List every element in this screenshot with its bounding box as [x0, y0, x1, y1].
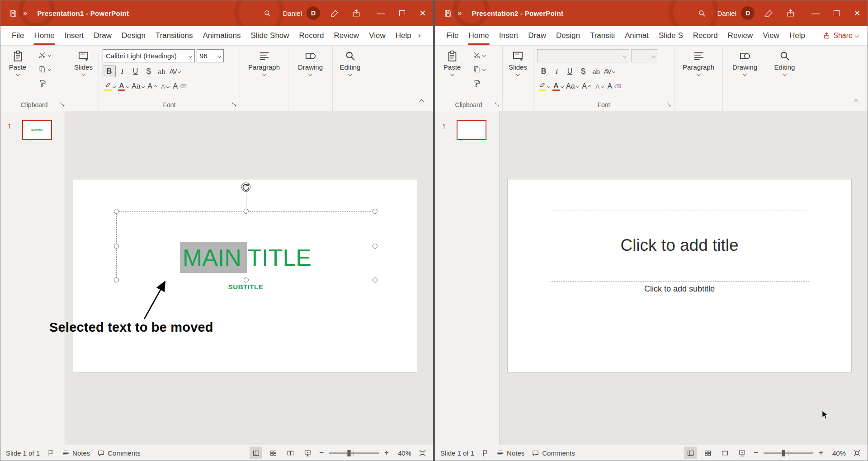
maximize-button[interactable]	[826, 0, 847, 26]
italic-button[interactable]: I	[550, 66, 563, 77]
resize-handle-nw[interactable]	[114, 209, 119, 214]
format-painter-button[interactable]	[38, 78, 51, 88]
grow-font-button[interactable]: A	[146, 80, 159, 92]
resize-handle-s[interactable]	[244, 278, 249, 282]
title-placeholder[interactable]: Click to add title	[550, 211, 809, 280]
close-button[interactable]: ×	[847, 0, 868, 26]
tab-animations[interactable]: Animations	[198, 26, 245, 46]
font-size-combobox[interactable]	[631, 49, 658, 62]
slideshow-button[interactable]	[301, 447, 314, 459]
maximize-button[interactable]	[392, 0, 412, 26]
tab-slide-show[interactable]: Slide Show	[246, 26, 294, 46]
save-icon[interactable]	[6, 6, 20, 20]
clipboard-dialog-launcher-icon[interactable]	[60, 102, 66, 108]
change-case-button[interactable]: Aa	[130, 80, 146, 92]
comments-toggle[interactable]: Comments	[532, 449, 575, 457]
inking-pen-icon[interactable]	[762, 6, 776, 20]
minimize-button[interactable]: —	[805, 0, 826, 26]
zoom-out-button[interactable]: −	[753, 448, 759, 457]
tab-draw[interactable]: Draw	[523, 26, 551, 46]
paste-button[interactable]: Paste	[6, 46, 29, 75]
font-dialog-launcher-icon[interactable]	[231, 102, 237, 108]
user-name[interactable]: Daniel	[283, 9, 302, 17]
resize-handle-se[interactable]	[373, 278, 377, 282]
slideshow-button[interactable]	[736, 447, 748, 459]
editing-button[interactable]: Editing	[333, 46, 368, 75]
character-spacing-button[interactable]: AV	[168, 66, 182, 77]
paragraph-button[interactable]: Paragraph	[675, 46, 722, 75]
subtitle-placeholder[interactable]: Click to add subtitle	[550, 281, 809, 331]
drawing-button[interactable]: Drawing	[288, 46, 332, 75]
collapse-ribbon-button[interactable]	[851, 98, 860, 104]
slides-button[interactable]: Slides	[71, 46, 96, 75]
minimize-button[interactable]: —	[371, 0, 392, 26]
search-icon[interactable]	[694, 6, 709, 20]
copy-button[interactable]	[473, 64, 485, 74]
strikethrough-button[interactable]: ab	[590, 66, 603, 77]
underline-button[interactable]: U	[129, 66, 142, 77]
avatar[interactable]: D	[307, 6, 320, 20]
share-button[interactable]: Share	[818, 30, 863, 42]
shrink-font-button[interactable]: A	[593, 80, 606, 92]
shrink-font-button[interactable]: A	[159, 80, 172, 92]
editing-button[interactable]: Editing	[767, 46, 802, 75]
tab-animations[interactable]: Animat	[620, 26, 654, 46]
tab-insert[interactable]: Insert	[494, 26, 524, 46]
font-name-combobox[interactable]	[537, 49, 629, 62]
resize-handle-ne[interactable]	[373, 209, 377, 214]
tab-insert[interactable]: Insert	[60, 26, 89, 46]
slide-title-text[interactable]: MAIN TITLE	[117, 244, 375, 271]
slide-thumbnail[interactable]	[457, 120, 486, 140]
tab-help[interactable]: Help	[784, 26, 810, 46]
zoom-level[interactable]: 40%	[394, 449, 411, 457]
tab-slide-show[interactable]: Slide S	[654, 26, 688, 46]
quick-access-overflow-button[interactable]: »	[458, 9, 462, 18]
cut-button[interactable]	[38, 50, 51, 60]
tab-file[interactable]: File	[441, 26, 463, 46]
tab-record[interactable]: Record	[688, 26, 723, 46]
tab-design[interactable]: Design	[117, 26, 151, 46]
normal-view-button[interactable]	[684, 447, 697, 459]
font-name-combobox[interactable]: Calibri Light (Headings)	[103, 49, 195, 62]
slide-sorter-view-button[interactable]	[701, 447, 714, 459]
font-size-combobox[interactable]: 96	[197, 49, 224, 62]
reading-view-button[interactable]	[284, 447, 297, 459]
italic-button[interactable]: I	[116, 66, 129, 77]
text-shadow-button[interactable]: S	[142, 66, 155, 77]
tab-home[interactable]: Home	[463, 26, 494, 46]
accessibility-flag-icon[interactable]	[47, 449, 55, 457]
resize-handle-n[interactable]	[244, 209, 249, 214]
tab-record[interactable]: Record	[294, 26, 329, 46]
tab-help[interactable]: Help	[391, 26, 416, 46]
paste-button[interactable]: Paste	[440, 46, 464, 75]
slide-thumbnail[interactable]: MAIN TITLE	[22, 120, 52, 140]
bold-button[interactable]: B	[103, 66, 116, 77]
inking-pen-icon[interactable]	[327, 6, 342, 20]
bold-button[interactable]: B	[537, 66, 550, 77]
clipboard-dialog-launcher-icon[interactable]	[494, 102, 500, 108]
font-dialog-launcher-icon[interactable]	[666, 102, 672, 108]
slide-sorter-view-button[interactable]	[267, 447, 279, 459]
tab-file[interactable]: File	[7, 26, 29, 46]
slide-editor[interactable]: Click to add title Click to add subtitle	[500, 111, 868, 445]
font-color-button[interactable]: A	[551, 80, 565, 92]
zoom-in-button[interactable]: +	[818, 448, 824, 457]
zoom-level[interactable]: 40%	[829, 449, 846, 457]
zoom-slider[interactable]	[329, 452, 379, 454]
normal-view-button[interactable]	[250, 447, 262, 459]
reading-view-button[interactable]	[718, 447, 731, 459]
tab-view[interactable]: View	[364, 26, 391, 46]
fit-slide-to-window-button[interactable]	[850, 447, 863, 459]
presenter-window-icon[interactable]	[349, 6, 363, 20]
user-name[interactable]: Daniel	[717, 9, 736, 17]
clear-formatting-button[interactable]: A⌫	[172, 80, 188, 92]
notes-toggle[interactable]: Notes	[62, 449, 90, 457]
accessibility-flag-icon[interactable]	[481, 449, 489, 457]
slide-canvas[interactable]: MAIN TITLE SUBTITLE	[73, 179, 417, 372]
resize-handle-sw[interactable]	[114, 278, 119, 282]
text-shadow-button[interactable]: S	[576, 66, 590, 77]
tab-home[interactable]: Home	[29, 26, 59, 46]
underline-button[interactable]: U	[563, 66, 576, 77]
presenter-window-icon[interactable]	[783, 6, 798, 20]
title-textbox-selection[interactable]: MAIN TITLE	[116, 211, 375, 280]
